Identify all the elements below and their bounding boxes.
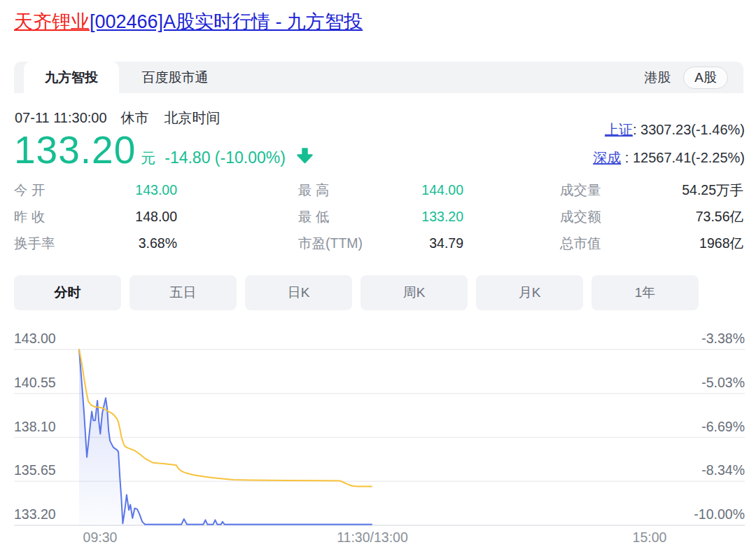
period-tab-1year[interactable]: 1年: [592, 275, 699, 310]
stat-volume: 成交量54.25万手: [560, 176, 743, 203]
y-axis-percent-label: -5.03%: [701, 375, 745, 390]
x-axis-time-label: 15:00: [633, 529, 667, 546]
index-shanghai-link[interactable]: 上证: [605, 122, 633, 137]
quote-datetime: 07-11 11:30:00: [15, 110, 107, 125]
last-price: 133.20: [14, 132, 136, 168]
index-shanghai-value: : 3307.23(-1.46%): [633, 122, 745, 137]
stat-prev-close: 昨 收148.00: [14, 203, 177, 230]
period-tab-intraday[interactable]: 分时: [14, 275, 121, 310]
y-axis-percent-label: -10.00%: [694, 506, 745, 522]
x-axis-time-label: 09:30: [83, 529, 118, 546]
y-axis-price-label: 143.00: [14, 331, 56, 346]
tab-baidugushitong[interactable]: 百度股市通: [119, 69, 231, 87]
index-row-shenzhen: 深成 : 12567.41(-2.25%): [593, 144, 745, 172]
source-tabbar: 九方智投 百度股市通 港股 A股: [14, 62, 743, 93]
index-shenzhen-value: : 12567.41(-2.25%): [621, 150, 745, 165]
period-tab-daily[interactable]: 日K: [245, 275, 352, 310]
stats-column-2: 最 高144.00 最 低133.20 市盈(TTM)34.79: [298, 176, 463, 256]
period-tab-weekly[interactable]: 周K: [360, 275, 468, 310]
market-a-pill[interactable]: A股: [683, 67, 728, 89]
y-axis-price-label: 135.65: [14, 462, 56, 478]
market-hk-link[interactable]: 港股: [644, 69, 671, 87]
stock-page-link[interactable]: [002466]A股实时行情 - 九方智投: [90, 11, 363, 32]
price-change: -14.80 (-10.00%): [164, 148, 286, 167]
price-chart-canvas[interactable]: [0, 322, 756, 554]
period-tab-monthly[interactable]: 月K: [476, 275, 583, 310]
stat-turnover-rate: 换手率3.68%: [14, 230, 177, 256]
y-axis-price-label: 138.10: [14, 419, 56, 434]
page-title: 天齐锂业[002466]A股实时行情 - 九方智投: [14, 10, 363, 34]
market-status: 休市: [121, 110, 149, 125]
index-row-shanghai: 上证: 3307.23(-1.46%): [593, 116, 745, 144]
period-tab-5day[interactable]: 五日: [130, 275, 237, 310]
market-indices: 上证: 3307.23(-1.46%) 深成 : 12567.41(-2.25%…: [593, 116, 745, 172]
quote-time-row: 07-11 11:30:00休市北京时间: [15, 109, 220, 127]
timezone-label: 北京时间: [164, 110, 220, 125]
stats-column-1: 今 开143.00 昨 收148.00 换手率3.68%: [14, 176, 177, 256]
intraday-chart[interactable]: 143.00140.55138.10135.65133.20-3.38%-5.0…: [0, 322, 756, 554]
price-line: [79, 349, 372, 525]
avg_price-line: [79, 349, 372, 486]
stat-market-cap: 总市值1968亿: [560, 230, 743, 256]
y-axis-price-label: 140.55: [14, 375, 56, 390]
price-unit: 元: [141, 148, 155, 168]
stat-amount: 成交额73.56亿: [560, 203, 743, 230]
stat-low: 最 低133.20: [298, 203, 463, 230]
x-axis-time-label: 11:30/13:00: [337, 529, 408, 546]
stats-column-3: 成交量54.25万手 成交额73.56亿 总市值1968亿: [560, 176, 743, 256]
y-axis-price-label: 133.20: [14, 506, 56, 522]
stat-open: 今 开143.00: [14, 176, 177, 203]
market-switch: 港股 A股: [644, 67, 743, 89]
chart-period-tabs: 分时 五日 日K 周K 月K 1年: [14, 275, 699, 310]
y-axis-percent-label: -3.38%: [701, 331, 745, 346]
stock-name-link[interactable]: 天齐锂业: [14, 11, 90, 32]
y-axis-percent-label: -8.34%: [701, 462, 745, 478]
y-axis-percent-label: -6.69%: [701, 419, 745, 434]
arrow-down-icon: [295, 147, 314, 167]
tab-jiufangzhitou[interactable]: 九方智投: [24, 62, 119, 93]
stat-high: 最 高144.00: [298, 176, 463, 203]
stat-pe-ttm: 市盈(TTM)34.79: [298, 230, 463, 256]
price-block: 133.20 元 -14.80 (-10.00%): [14, 132, 314, 168]
index-shenzhen-link[interactable]: 深成: [593, 150, 621, 165]
